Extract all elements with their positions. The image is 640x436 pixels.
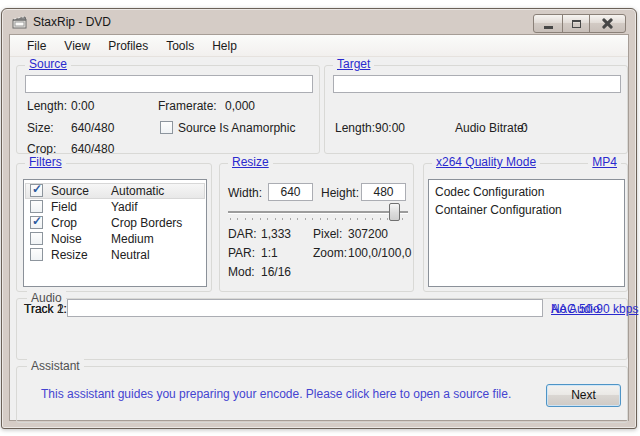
height-input[interactable] xyxy=(361,183,406,201)
target-panel: Target Length: 90:00 Audio Bitrate: 0 xyxy=(324,65,628,154)
window-controls xyxy=(534,14,626,33)
codec-mode-link[interactable]: x264 Quality Mode xyxy=(432,155,540,169)
window-title: StaxRip - DVD xyxy=(33,15,111,29)
pixel-label: Pixel: xyxy=(313,227,342,241)
filters-link[interactable]: Filters xyxy=(25,155,66,169)
codec-panel: x264 Quality Mode MP4 Codec Configuratio… xyxy=(423,163,628,292)
filter-name: Resize xyxy=(51,248,88,262)
anamorphic-checkbox[interactable] xyxy=(160,121,173,134)
config-list-item[interactable]: Codec Configuration xyxy=(429,183,624,201)
filter-row-resize[interactable]: Resize Neutral xyxy=(25,247,205,263)
resize-link[interactable]: Resize xyxy=(228,155,273,169)
minimize-icon xyxy=(544,26,553,29)
menu-bar: FileViewProfilesToolsHelp xyxy=(10,35,628,57)
par-value: 1:1 xyxy=(261,246,278,260)
maximize-button[interactable] xyxy=(562,14,590,33)
titlebar[interactable]: StaxRip - DVD xyxy=(2,9,636,34)
resize-slider-thumb[interactable] xyxy=(389,203,400,221)
pixel-value: 307200 xyxy=(348,227,388,241)
width-input[interactable] xyxy=(268,183,313,201)
filter-checkbox[interactable] xyxy=(30,184,43,197)
source-input[interactable] xyxy=(25,75,313,93)
source-link[interactable]: Source xyxy=(25,57,71,71)
app-icon xyxy=(12,14,28,30)
app-window: StaxRip - DVD FileViewProfilesToolsHelp … xyxy=(1,8,637,429)
filter-row-crop[interactable]: Crop Crop Borders xyxy=(25,215,205,231)
source-panel: Source Length: 0:00 Framerate: 0,000 Siz… xyxy=(16,65,320,154)
container-format-link[interactable]: MP4 xyxy=(588,155,621,169)
client-area: FileViewProfilesToolsHelp Source Length:… xyxy=(9,34,629,421)
audio-bitrate-value: 0 xyxy=(521,121,528,135)
dar-label: DAR: xyxy=(228,227,257,241)
audio-track-row: Track 2: No Audio xyxy=(17,299,627,319)
source-length-label: Length: xyxy=(27,99,67,113)
close-icon xyxy=(602,18,613,29)
target-length-label: Length: xyxy=(335,121,375,135)
menu-item-help[interactable]: Help xyxy=(203,36,246,56)
anamorphic-label: Source Is Anamorphic xyxy=(178,121,295,135)
zoom-label: Zoom: xyxy=(313,246,347,260)
source-size-value: 640/480 xyxy=(71,121,114,135)
target-input[interactable] xyxy=(333,75,621,93)
target-link[interactable]: Target xyxy=(333,57,374,71)
track2-profile-link[interactable]: No Audio xyxy=(551,302,600,316)
codec-listbox: Codec ConfigurationContainer Configurati… xyxy=(428,179,625,287)
par-label: PAR: xyxy=(228,246,255,260)
framerate-value: 0,000 xyxy=(225,99,255,113)
dar-value: 1,333 xyxy=(261,227,291,241)
filters-panel: Filters Source Automatic Field Yadif xyxy=(16,163,212,292)
filter-name: Noise xyxy=(51,232,82,246)
maximize-icon xyxy=(572,20,581,28)
mod-value: 16/16 xyxy=(261,265,291,279)
content: Source Length: 0:00 Framerate: 0,000 Siz… xyxy=(10,57,628,420)
target-length-value: 90:00 xyxy=(375,121,405,135)
filter-row-field[interactable]: Field Yadif xyxy=(25,199,205,215)
height-label: Height: xyxy=(321,186,359,200)
filter-row-source[interactable]: Source Automatic xyxy=(25,183,205,199)
source-crop-value: 640/480 xyxy=(71,142,114,156)
close-button[interactable] xyxy=(589,14,626,33)
source-crop-label: Crop: xyxy=(27,142,56,156)
track-label: Track 2: xyxy=(24,302,67,316)
filter-value: Automatic xyxy=(111,184,164,198)
framerate-label: Framerate: xyxy=(158,99,217,113)
filters-listbox: Source Automatic Field Yadif Crop Crop B… xyxy=(23,179,207,287)
filter-value: Medium xyxy=(111,232,154,246)
filter-name: Field xyxy=(51,200,77,214)
track-input[interactable] xyxy=(67,299,543,317)
assistant-panel: Assistant This assistant guides you prep… xyxy=(16,366,628,423)
filter-checkbox[interactable] xyxy=(30,200,43,213)
filter-checkbox[interactable] xyxy=(30,232,43,245)
filters-rows: Source Automatic Field Yadif Crop Crop B… xyxy=(25,181,205,285)
zoom-value: 100,0/100,0 xyxy=(348,246,411,260)
filter-name: Source xyxy=(51,184,89,198)
audio-bitrate-label: Audio Bitrate: xyxy=(455,121,527,135)
filter-checkbox[interactable] xyxy=(30,248,43,261)
filter-value: Crop Borders xyxy=(111,216,182,230)
resize-slider[interactable] xyxy=(228,202,408,228)
filter-name: Crop xyxy=(51,216,77,230)
filter-value: Yadif xyxy=(111,200,137,214)
filter-value: Neutral xyxy=(111,248,150,262)
source-size-label: Size: xyxy=(27,121,54,135)
resize-panel: Resize Width: Height: DAR: 1,333 Pixel: … xyxy=(219,163,414,292)
assistant-message[interactable]: This assistant guides you preparing your… xyxy=(41,387,511,401)
mod-label: Mod: xyxy=(228,265,255,279)
resize-slider-track[interactable] xyxy=(228,211,408,213)
resize-slider-ticks xyxy=(230,218,408,220)
audio-panel: Audio Track 1: AAC 50-90 kbps Track 2: N… xyxy=(16,298,628,360)
config-list-item[interactable]: Container Configuration xyxy=(429,201,624,219)
next-button[interactable]: Next xyxy=(546,384,621,407)
filter-row-noise[interactable]: Noise Medium xyxy=(25,231,205,247)
assistant-caption: Assistant xyxy=(27,359,84,373)
filter-checkbox[interactable] xyxy=(30,216,43,229)
width-label: Width: xyxy=(228,186,262,200)
menu-item-file[interactable]: File xyxy=(18,36,55,56)
audio-rows: Track 1: AAC 50-90 kbps Track 2: No Audi… xyxy=(17,299,627,359)
minimize-button[interactable] xyxy=(533,14,563,33)
menu-item-view[interactable]: View xyxy=(55,36,99,56)
menu-item-tools[interactable]: Tools xyxy=(157,36,203,56)
source-length-value: 0:00 xyxy=(71,99,94,113)
menu-item-profiles[interactable]: Profiles xyxy=(99,36,157,56)
